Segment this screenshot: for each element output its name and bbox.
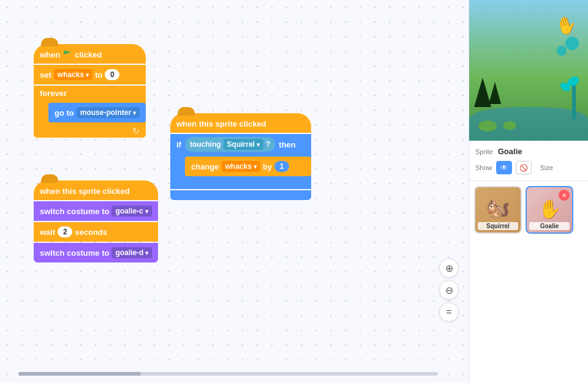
block-group-sprite-clicked: when this sprite clicked switch costume … — [34, 180, 158, 262]
forever-label: forever — [34, 86, 146, 101]
mouse-pointer-dropdown[interactable]: mouse-pointer — [77, 107, 140, 118]
when-flag-clicked-block[interactable]: when clicked — [34, 44, 146, 64]
switch-costume2-label: switch costume to — [40, 248, 109, 258]
if-label: if — [176, 140, 181, 149]
then-label: then — [279, 140, 295, 149]
delete-icon: ✕ — [562, 192, 567, 199]
forever-block[interactable]: forever go to mouse-pointer ↻ — [34, 86, 146, 138]
sprite-label: Sprite — [475, 148, 493, 155]
show-hidden-button[interactable]: 🚫 — [516, 161, 532, 174]
when-sprite-clicked-label: when this sprite clicked — [40, 187, 130, 196]
by-label: by — [263, 162, 272, 171]
switch-costume-label: switch costume to — [40, 207, 109, 216]
to-label: to — [95, 70, 102, 80]
wait-value[interactable]: 2 — [58, 226, 72, 237]
if-bottom-gap — [170, 178, 311, 189]
if-block[interactable]: if touching Squirrel ? then change whack… — [170, 134, 311, 189]
if-top-row: if touching Squirrel ? then — [170, 134, 311, 155]
sprite-thumbnail-goalie[interactable]: ✕ ✋ Goalie — [526, 186, 573, 234]
by-value[interactable]: 1 — [274, 161, 289, 172]
show-visible-button[interactable]: 👁 — [496, 161, 512, 174]
block-group-when-clicked: when clicked set whacks to 0 forever go … — [34, 44, 146, 138]
zoom-reset-button[interactable]: = — [439, 302, 459, 322]
zoom-out-icon: ⊖ — [445, 284, 453, 296]
goto-label: go to — [55, 108, 74, 117]
whacks-dropdown[interactable]: whacks — [54, 69, 92, 80]
touching-squirrel-block[interactable]: touching Squirrel ? — [185, 137, 275, 152]
lily-pad-1 — [478, 121, 497, 132]
wait-block[interactable]: wait 2 seconds — [34, 222, 158, 242]
size-label: Size — [540, 164, 553, 171]
show-row: Show 👁 🚫 Size — [475, 161, 582, 174]
seconds-label: seconds — [75, 228, 107, 237]
when-sprite-clicked-label2: when this sprite clicked — [176, 119, 266, 128]
tall-plant — [572, 83, 576, 119]
tree-2-icon — [489, 82, 501, 104]
zoom-out-button[interactable]: ⊖ — [439, 280, 459, 300]
zoom-controls: ⊕ ⊖ = — [439, 258, 459, 322]
squirrel-sprite-name: Squirrel — [478, 222, 519, 230]
when-sprite-clicked-hat[interactable]: when this sprite clicked — [34, 180, 158, 200]
stage-image: ✋ — [469, 0, 588, 141]
forever-inner: go to mouse-pointer — [48, 101, 146, 124]
when-label: when — [40, 50, 60, 59]
switch-costume-d-block[interactable]: switch costume to goalie-d — [34, 243, 158, 262]
goalie-icon: ✋ — [538, 198, 561, 220]
sprite-info: Sprite Goalie Show 👁 🚫 Size — [469, 141, 588, 181]
sprite-list: 🐿️ Squirrel ✕ ✋ Goalie — [469, 181, 588, 383]
if-inner: change whacks by 1 — [185, 155, 311, 178]
if-bottom-cap — [170, 190, 311, 200]
teal-circle-1 — [565, 37, 579, 50]
forever-bottom: ↻ — [34, 124, 146, 138]
sprite-thumbnail-squirrel[interactable]: 🐿️ Squirrel — [474, 186, 522, 234]
set-label: set — [40, 70, 51, 80]
delete-goalie-button[interactable]: ✕ — [559, 190, 570, 201]
repeat-arrow-icon: ↻ — [132, 126, 140, 136]
change-whacks-block[interactable]: change whacks by 1 — [185, 157, 311, 176]
goalie-c-dropdown[interactable]: goalie-c — [111, 206, 151, 217]
to-value[interactable]: 0 — [105, 69, 119, 80]
stage-area[interactable]: ✋ — [469, 0, 588, 141]
set-whacks-block[interactable]: set whacks to 0 — [34, 65, 146, 84]
whacks-dropdown2[interactable]: whacks — [222, 161, 260, 172]
zoom-in-icon: ⊕ — [445, 262, 453, 274]
clicked-label: clicked — [75, 50, 102, 59]
scrollbar[interactable] — [18, 372, 438, 376]
sprite-name-value: Goalie — [498, 147, 522, 156]
eye-slash-icon: 🚫 — [519, 164, 528, 172]
squirrel-icon: 🐿️ — [486, 196, 510, 220]
change-label: change — [191, 162, 219, 171]
zoom-reset-icon: = — [446, 307, 451, 318]
block-group-touching-squirrel: when this sprite clicked if touching Squ… — [170, 113, 311, 200]
scroll-thumb[interactable] — [18, 372, 141, 376]
code-area: when clicked set whacks to 0 forever go … — [0, 0, 469, 383]
eye-icon: 👁 — [500, 163, 508, 172]
touching-label: touching — [190, 140, 221, 149]
sprite-label-row: Sprite Goalie — [475, 147, 582, 156]
wait-label: wait — [40, 228, 55, 237]
go-to-block[interactable]: go to mouse-pointer — [48, 103, 146, 122]
show-label: Show — [475, 164, 492, 171]
goalie-d-dropdown[interactable]: goalie-d — [111, 247, 152, 258]
question-mark: ? — [266, 140, 270, 149]
squirrel-dropdown[interactable]: Squirrel — [224, 139, 263, 150]
when-sprite-clicked-hat2[interactable]: when this sprite clicked — [170, 113, 311, 133]
right-panel: ✋ Sprite Goalie Show 👁 🚫 Size 🐿️ Squirre… — [469, 0, 588, 383]
flag-icon — [64, 50, 71, 59]
goalie-sprite-name: Goalie — [529, 222, 570, 230]
zoom-in-button[interactable]: ⊕ — [439, 258, 459, 278]
lily-pad-2 — [503, 121, 516, 130]
switch-costume-c-block[interactable]: switch costume to goalie-c — [34, 201, 158, 221]
teal-circle-2 — [557, 46, 567, 56]
